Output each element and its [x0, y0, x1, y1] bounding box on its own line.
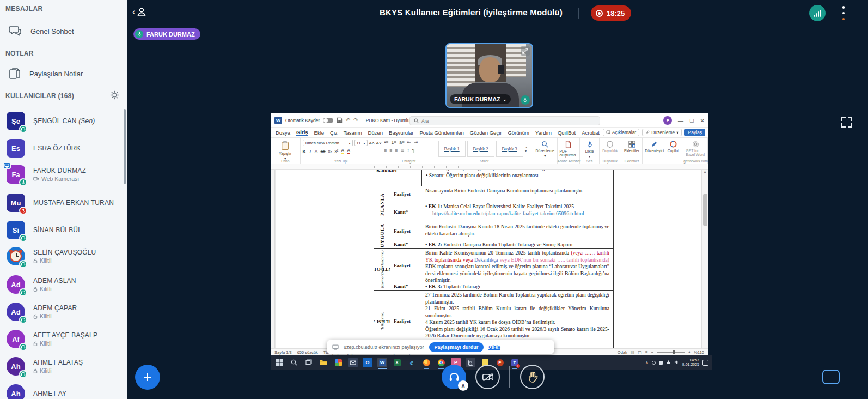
user-list-item[interactable]: Es ESRA ÖZTÜRK	[0, 136, 124, 160]
webcam-toggle-button[interactable]	[475, 365, 500, 389]
font-name-select[interactable]: Times New Roman▾	[303, 140, 353, 146]
user-list-item[interactable]: Af AFET AYÇE BAŞALP Kilitli	[0, 327, 124, 351]
gpt-button[interactable]: GPT for Excel Word	[686, 140, 705, 156]
recording-indicator[interactable]: 18:25	[591, 5, 631, 21]
document-scrollbar[interactable]: ▴	[701, 170, 708, 348]
user-list-item[interactable]: Ad ADEM ASLAN Kilitli	[0, 273, 124, 297]
focus-mode-button[interactable]: Odak	[618, 350, 627, 355]
paste-button[interactable]: Yapıştır▾	[273, 140, 298, 160]
create-pdf-button[interactable]: PDF oluşturma	[560, 140, 578, 157]
share-button[interactable]: Paylaş	[684, 129, 705, 136]
audio-device-chevron[interactable]: ∧	[458, 380, 468, 391]
align-center-button[interactable]: ≡	[390, 148, 393, 153]
talking-indicator[interactable]: FARUK DURMAZ	[133, 28, 200, 40]
read-mode-icon[interactable]: ▤	[631, 350, 635, 355]
tab-tasarim[interactable]: Tasarım	[344, 130, 362, 136]
task-view-icon[interactable]	[304, 358, 314, 367]
user-list-item[interactable]: SELİN ÇAVUŞOĞLU Kilitli	[0, 244, 124, 268]
user-list-item[interactable]: Mu MUSTAFA ERKAN TURAN	[0, 191, 124, 215]
zoom-out-button[interactable]: −	[651, 350, 653, 355]
hide-banner-link[interactable]: Gizle	[488, 344, 500, 350]
outlook-icon[interactable]: O	[363, 358, 372, 367]
print-layout-icon[interactable]: ▢	[638, 350, 642, 355]
tab-giris[interactable]: Giriş	[296, 129, 308, 136]
teams-icon[interactable]: T!	[510, 358, 519, 367]
minimize-icon[interactable]: —	[678, 118, 683, 124]
tab-gozden-gecir[interactable]: Gözden Geçir	[470, 130, 502, 136]
outdent-button[interactable]: ⇤	[407, 140, 411, 145]
indent-button[interactable]: ⇥	[414, 140, 418, 145]
zoom-level[interactable]: %110	[694, 350, 704, 355]
calculator-icon[interactable]	[466, 358, 475, 367]
tab-dosya[interactable]: Dosya	[276, 130, 290, 136]
font-color-button[interactable]: A	[347, 148, 350, 154]
word-count[interactable]: 650 sözcük	[297, 350, 318, 355]
shrink-font-button[interactable]: A˅	[376, 140, 382, 146]
zoom-slider[interactable]	[657, 352, 685, 353]
editor-button[interactable]: Düzenleyici	[645, 140, 664, 153]
styles-gallery-expander[interactable]: ⌄▾	[525, 144, 528, 153]
powerpoint-icon[interactable]: P	[495, 358, 505, 367]
webcam-video[interactable]: FARUK DURMAZ⌄	[445, 43, 533, 108]
user-list-item[interactable]: Fa FARUK DURMAZ Web Kamerası	[0, 162, 124, 186]
italic-button[interactable]: T	[309, 149, 312, 154]
style-heading3[interactable]: Başlık 3	[496, 141, 523, 157]
user-list-item[interactable]: Si SİNAN BÜLBÜL	[0, 218, 124, 242]
user-list-item[interactable]: Ad ADEM ÇAPAR Kilitli	[0, 300, 124, 324]
toggle-userlist-button[interactable]: ‹	[132, 7, 147, 17]
close-icon[interactable]: ✕	[700, 118, 705, 124]
tab-ciz[interactable]: Çiz	[330, 130, 338, 136]
user-list-item[interactable]: Ah AHMET ALATAŞ Kilitli	[0, 354, 124, 378]
actions-button[interactable]	[135, 365, 160, 390]
audio-button[interactable]: ∧	[442, 365, 466, 389]
tab-posta[interactable]: Posta Gönderimleri	[420, 130, 464, 136]
tab-ekle[interactable]: Ekle	[314, 130, 324, 136]
restore-presentation-button[interactable]	[822, 370, 840, 384]
sidebar-scrollbar[interactable]	[124, 109, 126, 184]
internet-explorer-icon[interactable]: e	[407, 358, 417, 367]
pilcrow-button[interactable]: ¶	[412, 148, 415, 153]
manage-users-gear-icon[interactable]	[110, 90, 119, 100]
grow-font-button[interactable]: A˄	[369, 140, 375, 146]
comments-button[interactable]: Açıklamalar	[603, 129, 639, 136]
strikethrough-button[interactable]: ab	[321, 149, 326, 154]
highlight-button[interactable]: A	[341, 148, 344, 154]
connection-status-button[interactable]	[809, 5, 826, 21]
dictate-button[interactable]: Dikte▾	[582, 140, 597, 158]
tab-basvurular[interactable]: Başvurular	[389, 130, 413, 136]
bold-button[interactable]: K	[303, 149, 307, 154]
line-spacing-button[interactable]: ↕	[407, 148, 409, 153]
undo-icon[interactable]: ↶	[346, 117, 350, 123]
tab-quillbot[interactable]: QuillBot	[558, 130, 576, 136]
tray-expand-icon[interactable]: ∧	[645, 360, 649, 365]
user-list-item[interactable]: Ah AHMET AY	[0, 382, 124, 399]
presentation-fullscreen-icon[interactable]	[840, 116, 853, 129]
redo-icon[interactable]: ↷	[353, 117, 358, 123]
underline-button[interactable]: A	[315, 149, 318, 154]
page-indicator[interactable]: Sayfa 1/3	[274, 350, 292, 355]
align-right-button[interactable]: ≡	[395, 148, 398, 153]
taskbar-clock[interactable]: 14:57 9.01.2025	[682, 358, 699, 367]
mail-app-icon[interactable]	[348, 358, 358, 367]
user-list-item[interactable]: Şe ŞENGÜL CAN (Sen)	[0, 109, 124, 133]
editing-menu-button[interactable]: Düzenleme▾	[535, 140, 555, 158]
zoom-in-button[interactable]: +	[688, 350, 690, 355]
search-input[interactable]	[421, 118, 585, 124]
action-center-icon[interactable]	[702, 360, 708, 366]
bullet-list-button[interactable]: •≡	[384, 140, 389, 145]
stop-sharing-button[interactable]: Paylaşmayı durdur	[429, 342, 484, 352]
options-menu-button[interactable]	[839, 6, 848, 20]
sensitivity-button[interactable]: Duyarlılık	[602, 140, 619, 153]
network-icon[interactable]	[666, 360, 671, 365]
account-avatar[interactable]: F	[663, 116, 672, 125]
chrome-icon[interactable]	[436, 358, 446, 367]
font-size-select[interactable]: 11▾	[354, 140, 368, 146]
save-icon[interactable]	[337, 117, 343, 123]
sidebar-item-public-chat[interactable]: Genel Sohbet	[0, 22, 127, 40]
tab-acrobat[interactable]: Acrobat	[582, 130, 600, 136]
tab-gorunum[interactable]: Görünüm	[508, 130, 529, 136]
addins-button[interactable]: Eklentiler	[624, 140, 640, 153]
volume-icon[interactable]	[674, 360, 679, 366]
taskbar-word-icon[interactable]: W	[377, 358, 387, 367]
superscript-button[interactable]: x²	[335, 149, 339, 154]
